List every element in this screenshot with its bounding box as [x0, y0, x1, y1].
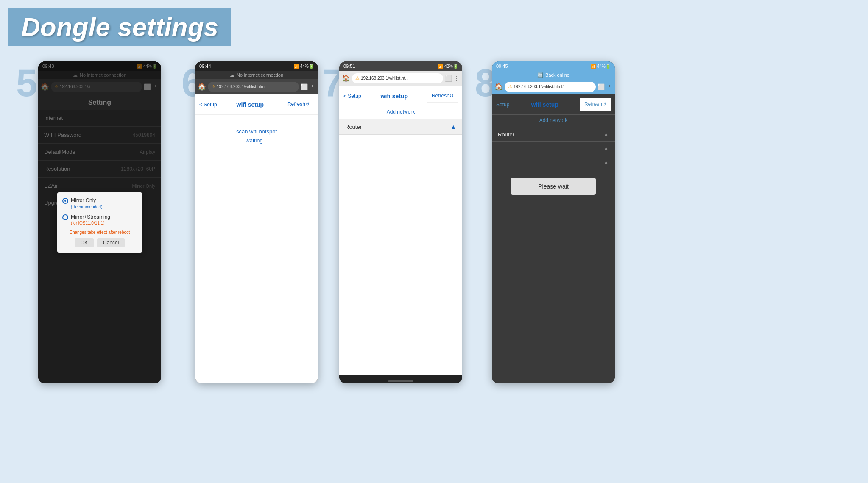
wifi-signal-icon-7: ▲	[450, 123, 456, 130]
mirror-streaming-radio[interactable]	[62, 214, 68, 220]
home-icon-6[interactable]: 🏠	[198, 83, 206, 91]
wifi-scan-screen: < Setup wifi setup Refresh↺ scan wifi ho…	[195, 94, 318, 383]
wifi-signal-icon-3: ▲	[603, 159, 609, 166]
router-label-7: Router	[345, 124, 362, 130]
tab-icon-6[interactable]: ⬜	[301, 83, 308, 90]
add-network-7[interactable]: Add network	[339, 106, 462, 119]
setup-link-6[interactable]: < Setup	[199, 102, 217, 108]
time-7: 09:51	[343, 64, 355, 69]
menu-icon-7[interactable]: ⋮	[454, 75, 460, 82]
refresh-link-7[interactable]: Refresh↺	[427, 89, 458, 103]
refresh-link-6[interactable]: Refresh↺	[283, 98, 314, 111]
browser-bar-8: 🏠 ⚠ 192.168.203.1/wifilist.html# ⬜ ⋮	[492, 79, 615, 94]
status-icons-6: 📶 44%🔋	[294, 64, 314, 69]
time-8: 09:45	[496, 64, 508, 69]
home-icon-8[interactable]: 🏠	[494, 83, 503, 91]
notification-bar-8: 🔄 Back online	[492, 71, 615, 79]
home-icon-7[interactable]: 🏠	[342, 74, 350, 82]
browser-bar-6: 🏠 ⚠ 192.168.203.1/wifilist.html ⬜ ⋮	[195, 79, 318, 94]
wifi-signal-icon-8: ▲	[603, 131, 609, 138]
browser-icons-8: ⬜ ⋮	[597, 83, 612, 90]
notification-bar-6: ☁ No internet connection	[195, 71, 318, 79]
status-icons-7: 📶 42%🔋	[438, 64, 458, 69]
wifi-row-3[interactable]: ▲	[492, 155, 615, 169]
settings-screen: Setting Internet WIFI Password 45019894 …	[38, 94, 161, 383]
wifi-row-2[interactable]: ▲	[492, 142, 615, 155]
wifi-title-7: wifi setup	[381, 93, 408, 100]
please-wait-button[interactable]: Please wait	[511, 178, 596, 195]
url-bar-8[interactable]: ⚠ 192.168.203.1/wifilist.html#	[505, 82, 596, 92]
mirror-streaming-sub: (for iOS11.0/11.1)	[71, 220, 110, 226]
wifi-nav-8: Setup wifi setup Refresh↺	[492, 94, 615, 115]
phone-screen-6: 09:44 📶 44%🔋 ☁ No internet connection 🏠 …	[195, 61, 318, 383]
browser-bar-7: 🏠 ⚠ 192.168.203.1/wifilist.ht... ⬜ ⋮	[339, 71, 462, 86]
phone-bottom-7	[339, 375, 462, 383]
wifi-list-screen: < Setup wifi setup Refresh↺ Add network …	[339, 86, 462, 375]
phone-screen-8: 09:45 📶 44%🔋 🔄 Back online 🏠 ⚠ 192.168.2…	[492, 61, 615, 383]
status-icons-8: 📶 44%🔋	[591, 64, 611, 69]
page-title: Dongle settings	[21, 12, 218, 42]
mirror-only-radio[interactable]	[62, 198, 68, 204]
browser-icons-7: ⬜ ⋮	[445, 75, 460, 82]
status-bar-7: 09:51 📶 42%🔋	[339, 61, 462, 71]
setup-link-7[interactable]: < Setup	[343, 93, 361, 99]
tab-icon-7[interactable]: ⬜	[445, 75, 452, 82]
step-5-number: 5	[16, 61, 37, 105]
mirror-only-option[interactable]: Mirror Only (Recommended)	[62, 197, 137, 210]
dialog-ok-button[interactable]: OK	[75, 238, 94, 247]
wifi-scan-text: scan wifi hotspotwaiting...	[195, 115, 318, 158]
wifi-nav-6: < Setup wifi setup Refresh↺	[195, 94, 318, 115]
setup-link-8[interactable]: Setup	[496, 102, 509, 108]
wifi-signal-icon-2: ▲	[603, 145, 609, 152]
status-bar-6: 09:44 📶 44%🔋	[195, 61, 318, 71]
nav-bar-7	[388, 380, 413, 382]
router-row-7[interactable]: Router ▲	[339, 119, 462, 135]
ezair-dialog: Mirror Only (Recommended) Mirror+Streami…	[38, 94, 161, 383]
wifi-title-8: wifi setup	[531, 101, 558, 108]
phone-screen-7: 09:51 📶 42%🔋 🏠 ⚠ 192.168.203.1/wifilist.…	[339, 61, 462, 383]
dialog-cancel-button[interactable]: Cancel	[97, 238, 125, 247]
url-bar-7[interactable]: ⚠ 192.168.203.1/wifilist.ht...	[352, 73, 443, 83]
dialog-box: Mirror Only (Recommended) Mirror+Streami…	[57, 192, 142, 253]
url-bar-6[interactable]: ⚠ 192.168.203.1/wifilist.html	[208, 82, 299, 92]
router-label-8: Router	[498, 131, 514, 138]
tab-icon-8[interactable]: ⬜	[597, 83, 605, 90]
wifi-title-6: wifi setup	[237, 101, 264, 108]
status-bar-8: 09:45 📶 44%🔋	[492, 61, 615, 71]
browser-icons-6: ⬜ ⋮	[301, 83, 315, 90]
mirror-only-label: Mirror Only	[71, 197, 102, 204]
mirror-streaming-label: Mirror+Streaming	[71, 214, 110, 221]
wifi-nav-7: < Setup wifi setup Refresh↺	[339, 86, 462, 106]
menu-icon-6[interactable]: ⋮	[310, 83, 315, 90]
please-wait-screen: Setup wifi setup Refresh↺ Add network Ro…	[492, 94, 615, 383]
mirror-only-sub: (Recommended)	[71, 204, 102, 210]
mirror-streaming-option[interactable]: Mirror+Streaming (for iOS11.0/11.1)	[62, 214, 137, 226]
refresh-link-8[interactable]: Refresh↺	[580, 98, 611, 111]
phone-screen-5: 09:43 📶 44%🔋 ☁ No internet connection 🏠 …	[38, 61, 161, 383]
add-network-8[interactable]: Add network	[492, 115, 615, 128]
time-6: 09:44	[199, 64, 211, 69]
menu-icon-8[interactable]: ⋮	[606, 83, 612, 90]
router-row-8[interactable]: Router ▲	[492, 128, 615, 142]
dialog-changes-text: Changes take effect after reboot	[62, 230, 137, 235]
title-banner: Dongle settings	[8, 8, 231, 46]
dialog-buttons: OK Cancel	[62, 238, 137, 247]
